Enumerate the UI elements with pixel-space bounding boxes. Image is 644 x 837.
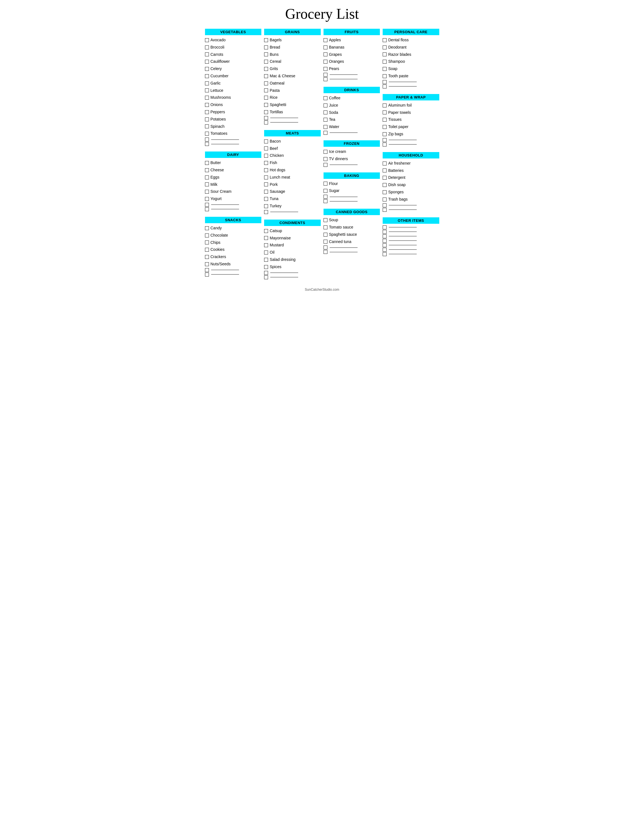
checkbox[interactable] [264,82,268,85]
checkbox[interactable] [264,190,268,194]
checkbox[interactable] [264,276,268,279]
checkbox[interactable] [383,183,387,187]
checkbox[interactable] [324,46,328,49]
checkbox[interactable] [324,250,328,254]
checkbox[interactable] [264,204,268,208]
checkbox[interactable] [205,268,209,272]
checkbox[interactable] [324,189,328,193]
checkbox[interactable] [383,38,387,42]
checkbox[interactable] [383,103,387,107]
checkbox[interactable] [324,195,328,199]
checkbox[interactable] [383,53,387,56]
checkbox[interactable] [324,67,328,71]
checkbox[interactable] [264,46,268,49]
checkbox[interactable] [383,74,387,78]
checkbox[interactable] [205,46,209,49]
checkbox[interactable] [264,161,268,165]
checkbox[interactable] [324,60,328,64]
checkbox[interactable] [383,190,387,194]
checkbox[interactable] [264,110,268,114]
checkbox[interactable] [264,116,268,120]
checkbox[interactable] [264,96,268,100]
checkbox[interactable] [264,103,268,107]
checkbox[interactable] [324,163,328,167]
checkbox[interactable] [383,243,387,247]
checkbox[interactable] [205,241,209,245]
checkbox[interactable] [264,146,268,150]
checkbox[interactable] [205,176,209,179]
checkbox[interactable] [205,96,209,100]
checkbox[interactable] [264,60,268,64]
checkbox[interactable] [264,74,268,78]
checkbox[interactable] [205,248,209,252]
checkbox[interactable] [383,225,387,229]
checkbox[interactable] [205,82,209,85]
checkbox[interactable] [205,203,209,207]
checkbox[interactable] [383,60,387,64]
checkbox[interactable] [264,251,268,254]
checkbox[interactable] [264,89,268,92]
checkbox[interactable] [383,46,387,49]
checkbox[interactable] [324,38,328,42]
checkbox[interactable] [383,197,387,202]
checkbox[interactable] [205,142,209,146]
checkbox[interactable] [383,110,387,114]
checkbox[interactable] [324,131,328,135]
checkbox[interactable] [264,140,268,143]
checkbox[interactable] [324,233,328,236]
checkbox[interactable] [383,67,387,71]
checkbox[interactable] [383,252,387,256]
checkbox[interactable] [324,53,328,56]
checkbox[interactable] [205,226,209,230]
checkbox[interactable] [324,225,328,229]
checkbox[interactable] [383,248,387,252]
checkbox[interactable] [264,38,268,42]
checkbox[interactable] [324,73,328,77]
checkbox[interactable] [205,255,209,259]
checkbox[interactable] [264,229,268,233]
checkbox[interactable] [205,168,209,172]
checkbox[interactable] [383,204,387,207]
checkbox[interactable] [205,132,209,136]
checkbox[interactable] [205,117,209,121]
checkbox[interactable] [383,239,387,243]
checkbox[interactable] [264,53,268,56]
checkbox[interactable] [264,154,268,158]
checkbox[interactable] [264,210,268,214]
checkbox[interactable] [205,60,209,64]
checkbox[interactable] [205,182,209,186]
checkbox[interactable] [324,218,328,222]
checkbox[interactable] [205,207,209,211]
checkbox[interactable] [205,233,209,238]
checkbox[interactable] [205,125,209,128]
checkbox[interactable] [264,176,268,179]
checkbox[interactable] [324,118,328,121]
checkbox[interactable] [264,258,268,262]
checkbox[interactable] [324,240,328,244]
checkbox[interactable] [324,150,328,154]
checkbox[interactable] [205,197,209,201]
checkbox[interactable] [264,182,268,186]
checkbox[interactable] [264,243,268,247]
checkbox[interactable] [264,168,268,172]
checkbox[interactable] [324,199,328,203]
checkbox[interactable] [205,161,209,165]
checkbox[interactable] [264,67,268,71]
checkbox[interactable] [205,110,209,114]
checkbox[interactable] [324,182,328,185]
checkbox[interactable] [205,190,209,194]
checkbox[interactable] [383,230,387,234]
checkbox[interactable] [324,110,328,114]
checkbox[interactable] [383,125,387,129]
checkbox[interactable] [264,236,268,240]
checkbox[interactable] [383,162,387,166]
checkbox[interactable] [324,157,328,161]
checkbox[interactable] [383,143,387,146]
checkbox[interactable] [205,74,209,78]
checkbox[interactable] [324,125,328,129]
checkbox[interactable] [383,235,387,238]
checkbox[interactable] [264,265,268,269]
checkbox[interactable] [383,132,387,136]
checkbox[interactable] [264,197,268,201]
checkbox[interactable] [205,38,209,42]
